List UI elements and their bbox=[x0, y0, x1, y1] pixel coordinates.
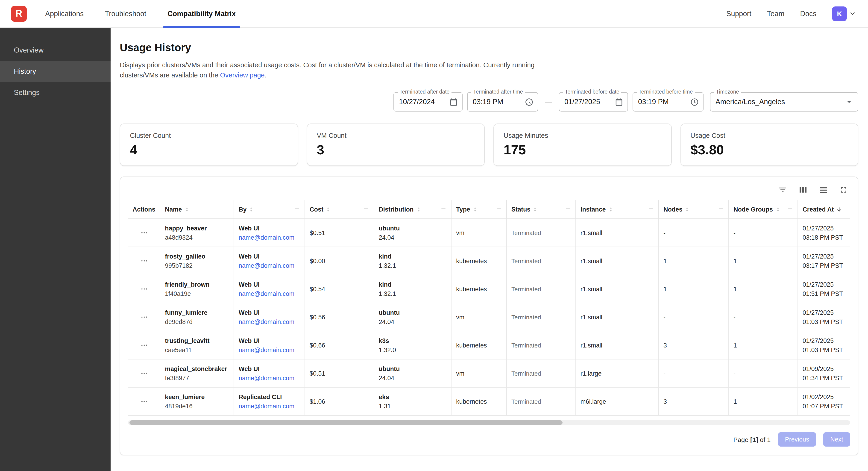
terminated-after-time-value[interactable]: 03:19 PM bbox=[473, 98, 503, 106]
type-cell: kubernetes bbox=[452, 247, 507, 275]
sort-arrows-icon[interactable] bbox=[608, 207, 613, 212]
density-icon[interactable] bbox=[819, 185, 828, 195]
created-at-cell: 01/02/2025 01:07 PM PST bbox=[798, 388, 850, 415]
cost-cell: $0.51 bbox=[305, 219, 374, 246]
sidebar-item-overview[interactable]: Overview bbox=[0, 40, 111, 61]
stat-card-usage-minutes: Usage Minutes 175 bbox=[493, 123, 672, 166]
clock-icon[interactable] bbox=[525, 97, 533, 106]
sidebar-item-history[interactable]: History bbox=[0, 61, 111, 82]
nav-troubleshoot[interactable]: Troubleshoot bbox=[104, 0, 147, 27]
sort-arrows-icon[interactable] bbox=[326, 207, 331, 212]
next-button[interactable]: Next bbox=[823, 432, 850, 447]
row-actions-button[interactable] bbox=[140, 285, 148, 293]
email-link[interactable]: name@domain.com bbox=[239, 318, 300, 326]
type-value: kubernetes bbox=[456, 257, 502, 265]
sort-arrows-icon[interactable] bbox=[685, 207, 690, 212]
calendar-icon[interactable] bbox=[615, 97, 623, 106]
distribution-cell: ubuntu 24.04 bbox=[374, 219, 452, 246]
column-header-created-at[interactable]: Created At bbox=[798, 200, 850, 218]
column-header-status[interactable]: Status bbox=[507, 200, 576, 218]
email-link[interactable]: name@domain.com bbox=[239, 262, 300, 269]
calendar-icon[interactable] bbox=[449, 97, 458, 106]
sort-arrows-icon[interactable] bbox=[249, 207, 254, 212]
column-menu-icon[interactable] bbox=[294, 206, 300, 212]
sort-arrows-icon[interactable] bbox=[775, 207, 780, 212]
column-menu-icon[interactable] bbox=[787, 206, 793, 212]
column-header-distribution[interactable]: Distribution bbox=[374, 200, 452, 218]
arrow-down-icon[interactable] bbox=[836, 206, 842, 212]
caret-down-icon[interactable] bbox=[844, 97, 854, 107]
overview-page-link[interactable]: Overview page bbox=[220, 71, 265, 79]
column-menu-icon[interactable] bbox=[363, 206, 369, 212]
email-link[interactable]: name@domain.com bbox=[239, 346, 300, 354]
fullscreen-icon[interactable] bbox=[839, 185, 848, 195]
terminated-before-time-field[interactable]: Terminated before time 03:19 PM bbox=[632, 92, 704, 112]
column-menu-icon[interactable] bbox=[440, 206, 446, 212]
timezone-select[interactable]: Timezone America/Los_Angeles bbox=[710, 92, 858, 112]
email-link[interactable]: name@domain.com bbox=[239, 233, 300, 241]
nav-docs[interactable]: Docs bbox=[800, 9, 816, 18]
cost-cell: $0.51 bbox=[305, 359, 374, 387]
email-link[interactable]: name@domain.com bbox=[239, 402, 300, 410]
row-actions-button[interactable] bbox=[140, 229, 148, 237]
account-menu[interactable]: K bbox=[832, 6, 856, 21]
terminated-before-time-value[interactable]: 03:19 PM bbox=[638, 98, 669, 106]
created-by-source: Web UI bbox=[239, 337, 300, 345]
nodes-cell: 3 bbox=[659, 331, 729, 359]
column-header-nodes[interactable]: Nodes bbox=[659, 200, 729, 218]
column-header-cost[interactable]: Cost bbox=[305, 200, 374, 218]
horizontal-scrollbar[interactable] bbox=[128, 420, 850, 425]
clock-icon[interactable] bbox=[690, 97, 699, 106]
sort-arrows-icon[interactable] bbox=[472, 207, 477, 212]
column-menu-icon[interactable] bbox=[718, 206, 724, 212]
timezone-value[interactable]: America/Los_Angeles bbox=[715, 98, 785, 106]
email-link[interactable]: name@domain.com bbox=[239, 290, 300, 297]
nav-team[interactable]: Team bbox=[767, 9, 785, 18]
column-header-node-groups[interactable]: Node Groups bbox=[729, 200, 798, 218]
instance-cell: r1.small bbox=[576, 303, 659, 331]
stat-card-cluster-count: Cluster Count 4 bbox=[120, 123, 298, 166]
column-menu-icon[interactable] bbox=[496, 206, 502, 212]
nav-applications[interactable]: Applications bbox=[44, 0, 85, 27]
sidebar-item-settings[interactable]: Settings bbox=[0, 82, 111, 103]
distribution-name: k3s bbox=[379, 337, 446, 345]
column-menu-icon[interactable] bbox=[565, 206, 571, 212]
scrollbar-thumb[interactable] bbox=[129, 420, 562, 425]
type-cell: kubernetes bbox=[452, 388, 507, 415]
nav-support[interactable]: Support bbox=[726, 9, 751, 18]
row-actions-button[interactable] bbox=[140, 369, 148, 378]
row-actions-button[interactable] bbox=[140, 341, 148, 349]
row-actions-button[interactable] bbox=[140, 397, 148, 406]
column-header-name[interactable]: Name bbox=[160, 200, 234, 218]
nav-compatibility-matrix[interactable]: Compatibility Matrix bbox=[166, 0, 237, 27]
row-actions-button[interactable] bbox=[140, 313, 148, 321]
previous-button[interactable]: Previous bbox=[778, 432, 816, 447]
column-header-type[interactable]: Type bbox=[452, 200, 507, 218]
terminated-after-date-value[interactable]: 10/27/2024 bbox=[399, 98, 435, 106]
column-header-by[interactable]: By bbox=[234, 200, 305, 218]
node-groups-value: 1 bbox=[734, 285, 793, 293]
terminated-before-date-field[interactable]: Terminated before date 01/27/2025 bbox=[559, 92, 628, 112]
table-row: funny_lumiere de9ed87d Web UI name@domai… bbox=[128, 303, 850, 331]
avatar[interactable]: K bbox=[832, 6, 847, 21]
terminated-after-date-field[interactable]: Terminated after date 10/27/2024 bbox=[394, 92, 463, 112]
table-row: friendly_brown 1f40a19e Web UI name@doma… bbox=[128, 275, 850, 303]
filter-icon[interactable] bbox=[778, 185, 787, 195]
replicated-logo[interactable]: R bbox=[11, 6, 27, 22]
email-link[interactable]: name@domain.com bbox=[239, 374, 300, 382]
distribution-name: kind bbox=[379, 252, 446, 260]
name-cell: funny_lumiere de9ed87d bbox=[160, 303, 234, 331]
node-groups-cell: 1 bbox=[729, 275, 798, 303]
terminated-after-time-field[interactable]: Terminated after time 03:19 PM bbox=[467, 92, 538, 112]
columns-icon[interactable] bbox=[799, 185, 808, 195]
node-groups-cell: 1 bbox=[729, 331, 798, 359]
terminated-before-date-value[interactable]: 01/27/2025 bbox=[564, 98, 600, 106]
sort-arrows-icon[interactable] bbox=[533, 207, 538, 212]
column-header-instance[interactable]: Instance bbox=[576, 200, 659, 218]
sort-arrows-icon[interactable] bbox=[184, 207, 189, 212]
column-menu-icon[interactable] bbox=[648, 206, 654, 212]
type-cell: vm bbox=[452, 219, 507, 246]
sort-arrows-icon[interactable] bbox=[416, 207, 421, 212]
stat-card-vm-count: VM Count 3 bbox=[307, 123, 485, 166]
row-actions-button[interactable] bbox=[140, 257, 148, 265]
